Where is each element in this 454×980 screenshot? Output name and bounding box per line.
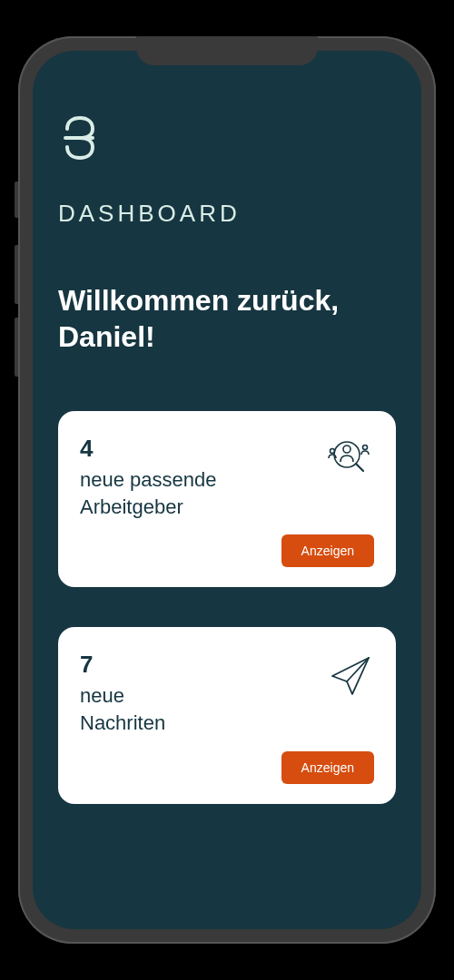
employers-card: 4 neue passende Arbeitgeber (58, 411, 396, 587)
volume-down-button (15, 318, 18, 377)
app-logo-icon (58, 114, 396, 162)
phone-frame: DASHBOARD Willkommen zurück, Daniel! 4 n… (18, 36, 436, 944)
page-title: DASHBOARD (58, 200, 396, 228)
svg-point-4 (331, 449, 335, 454)
messages-label: neue Nachriten (80, 682, 280, 736)
messages-card: 7 neue Nachriten Anzeigen (58, 627, 396, 803)
employer-search-icon (325, 435, 374, 484)
volume-up-button (15, 245, 18, 304)
welcome-line-2: Daniel! (58, 320, 155, 353)
svg-point-5 (363, 446, 368, 450)
show-messages-button[interactable]: Anzeigen (281, 751, 374, 784)
welcome-line-1: Willkommen zurück, (58, 284, 339, 317)
svg-line-6 (347, 658, 369, 681)
svg-line-2 (356, 464, 363, 471)
paper-plane-icon (325, 651, 374, 700)
employers-label: neue passende Arbeitgeber (80, 466, 280, 520)
svg-point-3 (343, 446, 350, 453)
side-button (15, 181, 18, 218)
app-screen: DASHBOARD Willkommen zurück, Daniel! 4 n… (33, 51, 421, 929)
phone-notch (136, 36, 318, 65)
messages-count: 7 (80, 651, 325, 679)
show-employers-button[interactable]: Anzeigen (281, 534, 374, 567)
employers-count: 4 (80, 435, 325, 463)
welcome-heading: Willkommen zurück, Daniel! (58, 282, 396, 355)
